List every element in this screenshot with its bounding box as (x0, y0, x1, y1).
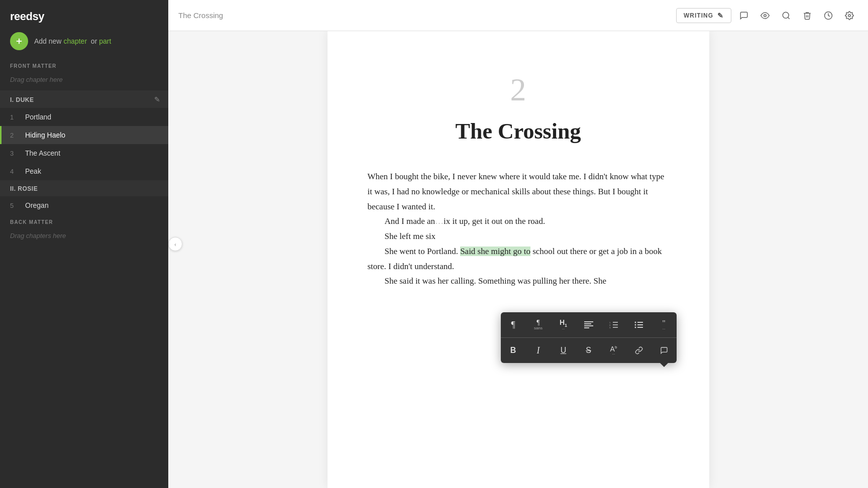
toolbar-ordered-list-button[interactable]: 1.2.3. (601, 312, 626, 337)
part-ii-label: II. ROSIE (10, 185, 38, 192)
toolbar-row-2: B I U S Ab ··· (501, 338, 677, 363)
settings-icon-button[interactable] (841, 7, 858, 24)
delete-icon-button[interactable] (799, 7, 816, 24)
preview-icon-button[interactable] (756, 7, 774, 24)
part-i-header: I. DUKE ✎ (0, 90, 168, 108)
search-icon-button[interactable] (778, 7, 795, 24)
body-text[interactable]: When I bought the bike, I never knew whe… (368, 169, 669, 289)
add-part-link[interactable]: part (99, 37, 111, 45)
main-area: The Crossing WRITING ✎ (168, 0, 868, 488)
toolbar-bold-button[interactable]: B (501, 338, 526, 363)
chapter-item-peak[interactable]: 4 Peak (0, 162, 168, 180)
toolbar-link-button[interactable] (626, 338, 652, 363)
svg-rect-8 (584, 323, 591, 324)
toolbar-paragraph-button[interactable]: ¶ (501, 312, 526, 337)
svg-rect-10 (584, 327, 589, 328)
part-ii-header: II. ROSIE (0, 180, 168, 196)
add-new-label: Add new chapter or part (34, 37, 111, 45)
toolbar-align-button[interactable] (576, 312, 601, 337)
chapter-item-hiding-haelo[interactable]: 2 Hiding Haelo (0, 126, 168, 144)
toolbar-blockquote-button[interactable]: " ··· (652, 312, 677, 337)
svg-line-4 (788, 17, 789, 19)
add-chapter-link[interactable]: chapter (63, 37, 87, 45)
topbar: The Crossing WRITING ✎ (168, 0, 868, 31)
toolbar-arrow (660, 363, 668, 367)
sidebar: reedsy Add new chapter or part FRONT MAT… (0, 0, 168, 488)
toolbar-underline-button[interactable]: U (551, 338, 576, 363)
app-logo: reedsy (10, 10, 44, 23)
toolbar-superscript-button[interactable]: Ab ··· (601, 338, 626, 363)
pencil-icon: ✎ (717, 12, 724, 20)
toolbar-strikethrough-button[interactable]: S (576, 338, 601, 363)
writing-mode-button[interactable]: WRITING ✎ (676, 8, 731, 23)
paragraph-5: She said it was her calling. Something w… (368, 274, 669, 289)
chapter-item-oregan[interactable]: 5 Oregan (0, 196, 168, 214)
highlighted-text: Said she might go to (460, 247, 530, 256)
sidebar-header: reedsy (0, 0, 168, 32)
paragraph-1: When I bought the bike, I never knew whe… (368, 169, 669, 214)
front-matter-drag: Drag chapter here (0, 72, 168, 90)
history-icon-button[interactable] (820, 7, 837, 24)
svg-rect-9 (584, 325, 593, 326)
collapse-sidebar-button[interactable]: ‹ (168, 237, 182, 251)
svg-rect-7 (584, 321, 593, 322)
svg-rect-20 (637, 322, 643, 323)
part-i-label: I. DUKE (10, 96, 34, 103)
front-matter-label: FRONT MATTER (0, 58, 168, 72)
svg-text:3.: 3. (609, 326, 611, 329)
paragraph-2: And I made an…ix it up, get it out on th… (368, 214, 669, 229)
svg-point-6 (848, 14, 851, 17)
svg-point-18 (634, 324, 636, 326)
toolbar-heading1-button[interactable]: H1 ··· (551, 312, 576, 337)
chapter-number-display: 2 (368, 71, 669, 108)
content-area: 2 The Crossing When I bought the bike, I… (168, 31, 868, 488)
chapter-title-display: The Crossing (368, 118, 669, 144)
back-matter-label: BACK MATTER (0, 214, 168, 228)
svg-rect-21 (637, 324, 643, 325)
svg-point-17 (634, 322, 636, 323)
toolbar-paragraph-sans-button[interactable]: ¶ sans (526, 312, 551, 337)
part-i-edit-icon[interactable]: ✎ (154, 95, 160, 104)
writing-mode-label: WRITING (684, 12, 713, 19)
paragraph-3: She left me six (368, 229, 669, 244)
back-matter-drag: Drag chapters here (0, 228, 168, 247)
toolbar-unordered-list-button[interactable] (626, 312, 652, 337)
svg-rect-22 (637, 327, 643, 328)
paragraph-4: She went to Portland. Said she might go … (368, 244, 669, 274)
document-title-topbar: The Crossing (178, 11, 223, 20)
svg-point-19 (634, 327, 636, 328)
document-body[interactable]: 2 The Crossing When I bought the bike, I… (328, 31, 709, 488)
comment-icon-button[interactable] (735, 7, 752, 24)
add-new-button[interactable] (10, 32, 28, 50)
topbar-right: WRITING ✎ (676, 7, 858, 24)
svg-point-3 (783, 12, 789, 18)
chapter-item-the-ascent[interactable]: 3 The Ascent (0, 144, 168, 162)
toolbar-row-1: ¶ ¶ sans H1 ··· 1.2.3. (501, 312, 677, 338)
toolbar-comment-button[interactable] (652, 338, 677, 363)
toolbar-italic-button[interactable]: I (526, 338, 551, 363)
chapter-item-portland[interactable]: 1 Portland (0, 108, 168, 126)
floating-toolbar: ¶ ¶ sans H1 ··· 1.2.3. (501, 312, 677, 363)
svg-point-2 (764, 14, 767, 17)
